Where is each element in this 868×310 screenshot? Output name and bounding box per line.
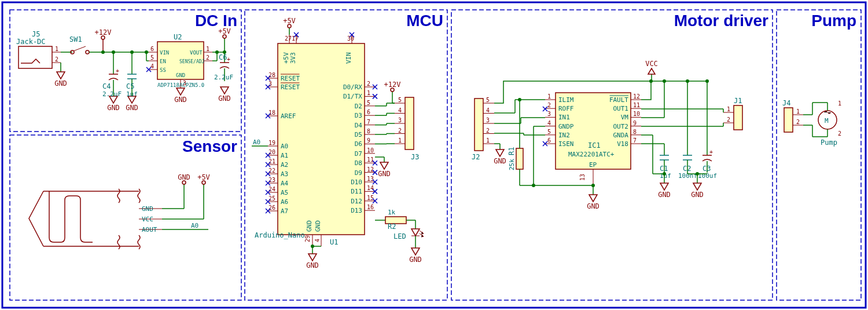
svg-text:14: 14	[367, 185, 374, 191]
svg-text:+: +	[709, 149, 713, 155]
svg-text:11: 11	[633, 102, 640, 108]
jack-symbol	[21, 59, 40, 63]
c3-ref: C3	[703, 165, 711, 173]
j4-ref: J4	[782, 99, 790, 107]
u2-gnd: GND	[176, 72, 185, 78]
svg-text:1: 1	[486, 137, 490, 144]
svg-text:6: 6	[547, 137, 551, 144]
u2-vout: VOUT	[190, 50, 203, 56]
mcu-p4: 4	[314, 239, 321, 242]
svg-text:D3: D3	[355, 112, 362, 119]
ic1-ref: IC1	[588, 141, 601, 149]
j1-ref: J1	[734, 97, 742, 105]
svg-text:3: 3	[398, 117, 402, 123]
svg-text:6: 6	[367, 109, 370, 115]
gnd-jack	[57, 72, 65, 79]
svg-text:D4: D4	[355, 122, 363, 129]
svg-text:16: 16	[367, 204, 374, 210]
c6-val: 2.2uF	[214, 74, 233, 81]
svg-text:2: 2	[547, 102, 551, 108]
svg-text:19: 19	[269, 140, 275, 146]
j2-body	[475, 99, 483, 151]
svg-text:A3: A3	[281, 170, 288, 178]
jack-pin-1: 1	[55, 46, 58, 52]
svg-text:D5: D5	[355, 131, 362, 138]
mcu-p29: 29	[304, 235, 311, 242]
ic1-ep: EP	[589, 161, 597, 169]
svg-text:D8: D8	[355, 159, 362, 167]
led	[411, 229, 424, 237]
svg-text:23: 23	[269, 177, 275, 183]
gnd-led	[411, 248, 420, 255]
u2-val: ADP7118ACPZN5.0	[157, 82, 204, 88]
gnd-c23	[693, 183, 701, 190]
svg-text:D0/RX: D0/RX	[343, 83, 362, 91]
c4-ref: C4	[102, 82, 111, 90]
svg-text:28: 28	[269, 72, 275, 78]
mcu-p27: 27	[285, 35, 292, 42]
sensor-gnd-flag: GND	[178, 173, 190, 181]
svg-text:5: 5	[547, 129, 551, 135]
mcu-gnd-b: GND	[314, 220, 322, 232]
svg-line-4	[73, 46, 86, 51]
section-pump	[777, 10, 861, 300]
svg-text:2: 2	[398, 127, 402, 134]
svg-text:4: 4	[486, 107, 490, 114]
j4-p2: 2	[796, 119, 800, 125]
gnd-ep-label: GND	[587, 202, 599, 210]
c5-ref: C5	[126, 82, 134, 90]
c2-ref: C2	[683, 165, 691, 173]
svg-text:3: 3	[486, 117, 490, 123]
svg-point-285	[532, 184, 535, 187]
svg-text:D11: D11	[351, 188, 362, 195]
u2-p2: 2	[206, 54, 209, 61]
svg-text:2: 2	[367, 81, 370, 87]
gnd-c5-label: GND	[126, 104, 138, 112]
r1	[516, 148, 523, 169]
j4-body	[784, 108, 793, 132]
svg-point-282	[518, 98, 521, 101]
gnd-c6-label: GND	[218, 94, 231, 103]
nc-roff	[543, 107, 547, 111]
j1-p1: 1	[727, 106, 730, 112]
svg-text:OUT2: OUT2	[613, 123, 629, 130]
svg-text:8: 8	[367, 128, 370, 134]
u2-en: EN	[160, 59, 166, 64]
u2-ref: U2	[174, 33, 182, 41]
svg-point-5	[86, 50, 89, 54]
gnd-mcu	[308, 254, 317, 261]
gnd-led-label: GND	[409, 256, 422, 264]
svg-text:9: 9	[633, 120, 637, 126]
c1-ref: C1	[660, 165, 668, 173]
title-motor: Motor driver	[674, 12, 768, 30]
svg-text:VM: VM	[621, 114, 629, 121]
svg-text:D9: D9	[355, 169, 362, 177]
svg-text:AREF: AREF	[281, 112, 296, 120]
svg-text:4: 4	[547, 120, 551, 126]
title-pump: Pump	[811, 12, 856, 30]
svg-text:+: +	[227, 56, 230, 63]
j3-body	[405, 97, 414, 149]
svg-text:1: 1	[398, 137, 402, 144]
svg-text:+: +	[116, 68, 119, 74]
mcu-a0-net: A0	[253, 138, 260, 146]
svg-text:GNDP: GNDP	[558, 123, 574, 130]
svg-text:A1: A1	[281, 152, 288, 159]
r2-ref: R2	[388, 223, 396, 231]
svg-text:22: 22	[269, 167, 275, 174]
svg-text:GNDA: GNDA	[613, 132, 629, 139]
svg-text:D1/TX: D1/TX	[343, 93, 362, 100]
gnd-c23-label: GND	[691, 191, 704, 199]
u2-vin: VIN	[160, 50, 169, 56]
c5-val: 1uf	[126, 90, 138, 98]
u2-p4: 4	[150, 63, 154, 70]
svg-text:1: 1	[547, 93, 551, 100]
dc-5v: +5V	[218, 27, 231, 35]
svg-text:RESET: RESET	[281, 83, 300, 91]
r1-ref: R1	[507, 147, 516, 155]
mcu-3v3-name: 3V3	[289, 52, 297, 64]
svg-point-294	[663, 79, 666, 83]
gnd-mcu-label: GND	[306, 261, 319, 269]
svg-text:ISEN: ISEN	[558, 140, 574, 148]
gnd-c6	[220, 87, 229, 94]
